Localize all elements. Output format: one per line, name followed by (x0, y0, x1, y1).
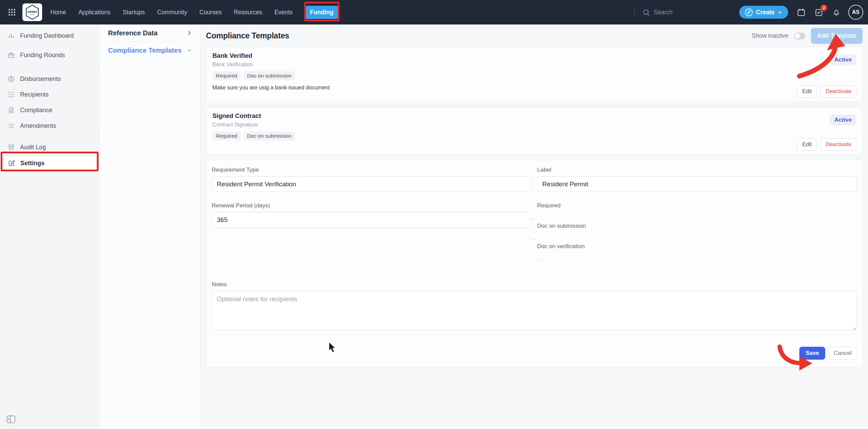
sidebar-divider (0, 45, 99, 46)
main-content: Compliance Templates Show inactive Add T… (201, 24, 868, 429)
sidebar-item-label: Funding Rounds (20, 52, 65, 59)
template-card-bank-verified: Bank Verified Bank Verification Required… (206, 47, 863, 102)
sidebar-item-label: Amendments (20, 122, 56, 130)
sidebar-divider (0, 65, 99, 65)
show-inactive-label: Show inactive (752, 32, 788, 39)
required-toggle-field: Required (537, 202, 857, 209)
grid-dots-icon (7, 91, 15, 98)
label-input[interactable] (537, 176, 857, 192)
doc-on-submission-toggle-label: Doc on submission (537, 223, 857, 229)
collapse-sidebar-icon (6, 414, 16, 424)
collapse-sidebar-button[interactable] (6, 414, 16, 424)
sidebar-item-funding-rounds[interactable]: Funding Rounds (0, 47, 99, 63)
sidebar-item-label: Audit Log (20, 144, 46, 151)
requirement-type-label: Requirement Type (212, 167, 532, 173)
create-button[interactable]: Create (739, 6, 788, 19)
doc-on-verification-toggle-label: Doc on verification (537, 243, 857, 250)
calendar-button[interactable] (797, 8, 806, 17)
template-subtitle: Bank Verification (212, 62, 856, 68)
toggle-knob (538, 254, 544, 260)
sidebar-item-compliance[interactable]: Compliance (0, 102, 99, 118)
sidebar-item-audit-log[interactable]: Audit Log (0, 139, 99, 155)
subsidebar-item-label: Compliance Templates (108, 47, 181, 54)
sidebar-item-label: Compliance (20, 107, 52, 114)
sidebar-item-amendments[interactable]: Amendments (0, 118, 99, 134)
doc-on-submission-toggle-field: Doc on submission (537, 223, 857, 229)
create-label: Create (756, 9, 775, 16)
template-actions: Edit Deactivate (797, 138, 857, 151)
main-header: Compliance Templates Show inactive Add T… (206, 28, 863, 44)
label-label: Label (537, 167, 857, 173)
sidebar-item-label: Recipients (20, 91, 49, 98)
template-title: Bank Verified (212, 52, 856, 59)
toggle-knob (531, 233, 537, 239)
app-logo[interactable]: DEMO (22, 3, 42, 21)
bar-chart-icon (7, 32, 15, 39)
deactivate-button[interactable]: Deactivate (820, 138, 857, 151)
save-button[interactable]: Save (799, 347, 825, 360)
edit-button[interactable]: Edit (797, 138, 817, 151)
settings-subsidebar: Reference Data Compliance Templates (99, 24, 201, 429)
avatar[interactable]: AS (848, 5, 863, 20)
bell-icon (832, 8, 841, 17)
form-row-1: Requirement Type Label (212, 167, 857, 192)
subsidebar-item-label: Reference Data (108, 29, 158, 37)
nav-item-home[interactable]: Home (50, 9, 66, 16)
search-placeholder: Search (654, 9, 673, 16)
show-inactive-toggle[interactable] (794, 33, 805, 39)
edit-button[interactable]: Edit (797, 85, 817, 98)
toggle-knob (531, 213, 537, 219)
sidebar-item-disbursements[interactable]: Disbursements (0, 71, 99, 87)
template-badges: Required Doc on submission (212, 71, 856, 80)
template-card-signed-contract: Signed Contract Contract Signature Requi… (206, 107, 863, 155)
required-toggle-label: Required (537, 202, 857, 209)
renewal-period-input[interactable] (212, 212, 532, 228)
chevron-down-icon (778, 10, 783, 15)
edit-icon (8, 159, 15, 167)
list-icon (7, 122, 15, 130)
nav-item-funding[interactable]: Funding (305, 6, 338, 19)
nav-item-applications[interactable]: Applications (79, 9, 110, 16)
sidebar-item-funding-dashboard[interactable]: Funding Dashboard (0, 28, 99, 44)
template-actions: Edit Deactivate (797, 85, 857, 98)
nav-item-events[interactable]: Events (275, 9, 293, 16)
navbar-right: Search Create 2 (634, 5, 863, 20)
status-badge: Active (830, 54, 856, 65)
cancel-button[interactable]: Cancel (829, 347, 857, 360)
nav-item-courses[interactable]: Courses (199, 9, 222, 16)
notes-field: Notes (212, 281, 857, 332)
sidebar-item-settings[interactable]: Settings (3, 156, 96, 171)
briefcase-icon (7, 51, 15, 59)
nav-item-community[interactable]: Community (157, 9, 187, 16)
tasks-button[interactable]: 2 (814, 8, 823, 17)
notifications-button[interactable] (832, 8, 841, 17)
sidebar-item-recipients[interactable]: Recipients (0, 87, 99, 102)
renewal-period-label: Renewal Period (days) (212, 202, 532, 209)
notes-textarea[interactable] (212, 291, 857, 330)
subsidebar-item-reference-data[interactable]: Reference Data (99, 24, 200, 42)
template-badges: Required Doc on submission (212, 132, 856, 140)
logo-text: DEMO (28, 10, 37, 14)
nav-item-resources[interactable]: Resources (234, 9, 262, 16)
deactivate-button[interactable]: Deactivate (820, 85, 857, 98)
sidebar-item-label: Settings (20, 160, 45, 167)
toggle-knob (795, 33, 800, 39)
search-input[interactable]: Search (642, 8, 715, 16)
form-row-2: Renewal Period (days) Required Doc on su… (212, 202, 857, 263)
navbar-divider (634, 8, 635, 17)
sidebar-item-label: Funding Dashboard (20, 32, 74, 39)
sidebar-divider (0, 136, 99, 136)
sidebar-item-label: Disbursements (20, 75, 61, 83)
requirement-type-field: Requirement Type (212, 167, 532, 192)
nav-item-startups[interactable]: Startups (123, 9, 145, 16)
required-badge: Required (212, 71, 241, 80)
card-body: Signed Contract Contract Signature Requi… (206, 107, 862, 145)
apps-grid-icon[interactable] (7, 8, 16, 17)
top-navbar: DEMO Home Applications Startups Communit… (0, 0, 868, 24)
document-icon (7, 106, 15, 114)
requirement-type-input[interactable] (212, 176, 532, 192)
dollar-circle-icon (7, 75, 15, 83)
subsidebar-item-compliance-templates[interactable]: Compliance Templates (99, 42, 200, 59)
template-form-card: Requirement Type Label Renewal Period (d… (206, 160, 863, 367)
add-template-button[interactable]: Add Template (811, 28, 863, 44)
